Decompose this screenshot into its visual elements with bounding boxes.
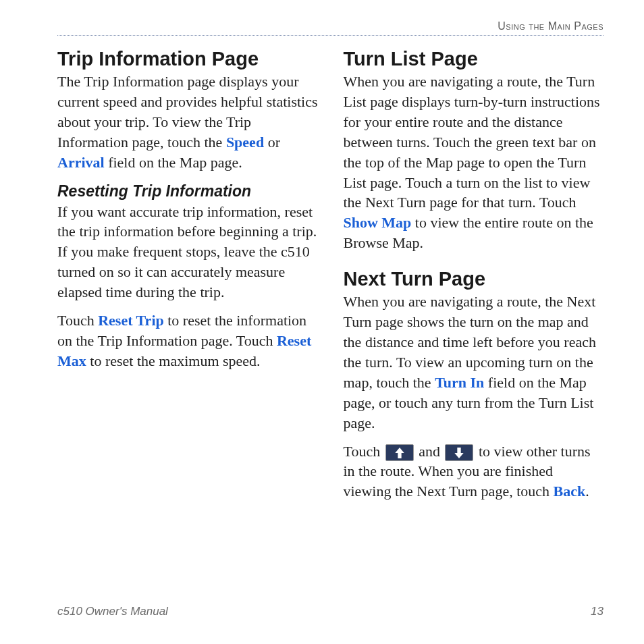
link-reset-trip[interactable]: Reset Trip — [98, 312, 164, 329]
text: or — [264, 134, 280, 151]
heading-resetting: Resetting Trip Information — [57, 182, 318, 200]
footer-manual-title: c510 Owner's Manual — [57, 605, 168, 618]
content-columns: Trip Information Page The Trip Informati… — [57, 48, 603, 510]
paragraph: The Trip Information page displays your … — [57, 72, 318, 173]
page: Using the Main Pages Trip Information Pa… — [0, 0, 644, 644]
running-header: Using the Main Pages — [57, 20, 603, 35]
heading-trip-info: Trip Information Page — [57, 48, 318, 70]
paragraph: When you are navigating a route, the Nex… — [344, 292, 604, 433]
text: and — [415, 443, 444, 460]
paragraph: If you want accurate trip information, r… — [57, 202, 318, 303]
link-back[interactable]: Back — [554, 483, 586, 500]
text: Touch — [344, 443, 384, 460]
link-show-map[interactable]: Show Map — [344, 214, 412, 231]
paragraph: Touch and to view other turns in the rou… — [344, 441, 604, 502]
link-arrival[interactable]: Arrival — [57, 154, 105, 171]
heading-next-turn: Next Turn Page — [344, 268, 604, 290]
text: . — [585, 483, 589, 500]
text: field on the Map page. — [105, 154, 242, 171]
link-speed[interactable]: Speed — [226, 134, 264, 151]
up-arrow-icon[interactable] — [385, 444, 414, 461]
page-footer: c510 Owner's Manual 13 — [57, 605, 603, 618]
text: to reset the maximum speed. — [86, 352, 261, 369]
right-column: Turn List Page When you are navigating a… — [344, 48, 604, 510]
text: Touch — [57, 312, 98, 329]
down-arrow-icon[interactable] — [445, 444, 473, 461]
paragraph: Touch Reset Trip to reset the informatio… — [57, 311, 318, 371]
left-column: Trip Information Page The Trip Informati… — [57, 48, 318, 510]
text: When you are navigating a route, the Tur… — [344, 73, 600, 211]
link-turn-in[interactable]: Turn In — [435, 374, 484, 391]
heading-turn-list: Turn List Page — [344, 48, 604, 70]
paragraph: When you are navigating a route, the Tur… — [344, 72, 604, 253]
footer-page-number: 13 — [591, 605, 603, 618]
header-rule — [57, 35, 603, 36]
